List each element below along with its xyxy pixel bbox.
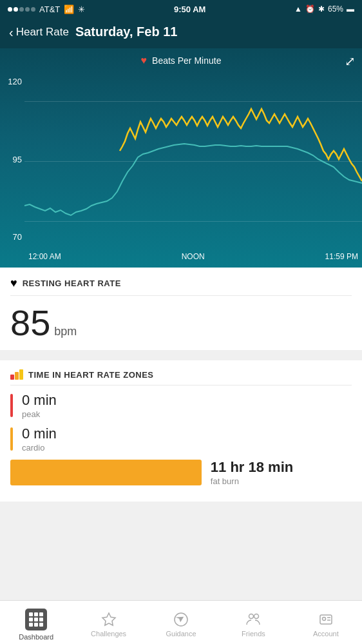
grid-icon bbox=[29, 612, 43, 627]
guidance-icon bbox=[173, 612, 189, 627]
heart-rate-chart: ♥ Beats Per Minute ⤢ 120 95 70 12:00 AM … bbox=[0, 48, 362, 268]
location-icon: ▲ bbox=[294, 5, 302, 14]
battery-label: 65% bbox=[328, 5, 343, 14]
heart-icon: ♥ bbox=[141, 55, 148, 66]
bluetooth-icon: ✱ bbox=[318, 5, 325, 14]
carrier-label: AT&T bbox=[39, 5, 60, 14]
y-label-70: 70 bbox=[3, 232, 22, 242]
status-right: ▲ ⏰ ✱ 65% ▬ bbox=[294, 5, 354, 14]
chart-legend: ♥ Beats Per Minute bbox=[0, 48, 362, 69]
back-label: Heart Rate bbox=[16, 26, 69, 39]
challenges-icon bbox=[101, 612, 117, 627]
tab-challenges-label: Challenges bbox=[91, 630, 126, 638]
dashboard-icon bbox=[25, 609, 47, 630]
page-header: ‹ Heart Rate Saturday, Feb 11 bbox=[0, 18, 362, 48]
tab-dashboard[interactable]: Dashboard bbox=[0, 601, 72, 644]
fatburn-zone-name: fat burn bbox=[211, 476, 293, 486]
wifi-icon: 📶 bbox=[64, 5, 74, 14]
grid-dot bbox=[29, 618, 33, 621]
resting-heart-rate-section: ♥ RESTING HEART RATE 85 bpm bbox=[0, 268, 362, 350]
svg-marker-2 bbox=[176, 616, 184, 621]
y-label-95: 95 bbox=[3, 155, 22, 164]
resting-bpm-number: 85 bbox=[10, 305, 50, 341]
resting-section-title: RESTING HEART RATE bbox=[23, 278, 121, 288]
peak-zone-name: peak bbox=[22, 409, 57, 419]
x-label-night: 11:59 PM bbox=[325, 252, 358, 261]
tab-account-label: Account bbox=[313, 630, 339, 638]
svg-point-6 bbox=[322, 617, 325, 620]
zone-row-cardio: 0 min cardio bbox=[10, 425, 352, 453]
grid-dot bbox=[39, 618, 43, 621]
tab-friends[interactable]: Friends bbox=[217, 601, 289, 644]
status-left: AT&T 📶 ✳ bbox=[8, 5, 85, 14]
x-label-noon: NOON bbox=[182, 252, 205, 261]
peak-zone-indicator bbox=[10, 394, 13, 417]
svg-marker-0 bbox=[102, 613, 115, 625]
tab-guidance-label: Guidance bbox=[166, 630, 196, 638]
y-axis-labels: 120 95 70 bbox=[0, 77, 24, 242]
tab-challenges[interactable]: Challenges bbox=[72, 601, 144, 644]
tab-bar: Dashboard Challenges Guidance Friends bbox=[0, 600, 362, 644]
grid-dot bbox=[34, 618, 38, 621]
peak-zone-value: 0 min bbox=[22, 392, 57, 409]
account-icon bbox=[318, 612, 334, 627]
heart-rate-zones-section: TIME IN HEART RATE ZONES 0 min peak 0 mi… bbox=[0, 360, 362, 502]
chart-lines bbox=[24, 77, 362, 242]
grid-dot bbox=[29, 623, 33, 627]
signal-dot-1 bbox=[8, 7, 12, 12]
resting-section-header: ♥ RESTING HEART RATE bbox=[10, 277, 352, 296]
svg-point-4 bbox=[254, 614, 259, 618]
tab-account[interactable]: Account bbox=[290, 601, 362, 644]
tab-dashboard-label: Dashboard bbox=[19, 633, 53, 641]
tab-guidance[interactable]: Guidance bbox=[145, 601, 217, 644]
zones-icon bbox=[10, 369, 23, 380]
resting-bpm-unit: bpm bbox=[54, 325, 77, 338]
signal-dot-2 bbox=[14, 7, 18, 12]
signal-dots bbox=[8, 7, 35, 12]
svg-point-3 bbox=[249, 614, 254, 618]
battery-icon: ▬ bbox=[347, 5, 354, 14]
resting-heart-icon: ♥ bbox=[10, 277, 17, 290]
fatburn-bar bbox=[10, 460, 202, 485]
signal-dot-4 bbox=[25, 7, 30, 12]
friends-icon bbox=[245, 612, 261, 627]
signal-dot-5 bbox=[31, 7, 35, 12]
grid-dot bbox=[34, 612, 38, 616]
signal-dot-3 bbox=[19, 7, 24, 12]
cardio-zone-indicator bbox=[10, 427, 13, 451]
back-chevron-icon: ‹ bbox=[9, 26, 14, 39]
expand-button[interactable]: ⤢ bbox=[345, 54, 356, 69]
zones-section-header: TIME IN HEART RATE ZONES bbox=[10, 369, 352, 385]
brightness-icon: ✳ bbox=[78, 5, 85, 14]
grid-dot bbox=[39, 623, 43, 627]
back-button[interactable]: ‹ Heart Rate bbox=[9, 26, 69, 39]
alarm-icon: ⏰ bbox=[305, 5, 315, 14]
cardio-zone-value: 0 min bbox=[22, 425, 57, 442]
y-label-120: 120 bbox=[3, 77, 22, 86]
peak-zone-info: 0 min peak bbox=[22, 392, 57, 419]
zones-section-title: TIME IN HEART RATE ZONES bbox=[28, 370, 153, 380]
page-title: Saturday, Feb 11 bbox=[75, 24, 178, 39]
grid-dot bbox=[29, 612, 33, 616]
status-bar: AT&T 📶 ✳ 9:50 AM ▲ ⏰ ✱ 65% ▬ bbox=[0, 0, 362, 18]
zone-row-fatburn: 11 hr 18 min fat burn bbox=[10, 459, 352, 486]
chart-legend-label: Beats Per Minute bbox=[152, 55, 221, 66]
resting-heart-rate-value: 85 bpm bbox=[10, 301, 352, 341]
bottom-spacer bbox=[0, 507, 362, 558]
status-time: 9:50 AM bbox=[174, 5, 205, 14]
tab-friends-label: Friends bbox=[242, 630, 265, 638]
zone-row-peak: 0 min peak bbox=[10, 392, 352, 419]
fatburn-zone-info: 11 hr 18 min fat burn bbox=[211, 459, 293, 486]
cardio-zone-name: cardio bbox=[22, 443, 57, 453]
x-axis-labels: 12:00 AM NOON 11:59 PM bbox=[24, 252, 362, 261]
cardio-zone-info: 0 min cardio bbox=[22, 425, 57, 453]
fatburn-zone-value: 11 hr 18 min bbox=[211, 459, 293, 476]
grid-dot bbox=[39, 612, 43, 616]
spacer-1 bbox=[0, 355, 362, 360]
x-label-midnight: 12:00 AM bbox=[28, 252, 61, 261]
grid-dot bbox=[34, 623, 38, 627]
